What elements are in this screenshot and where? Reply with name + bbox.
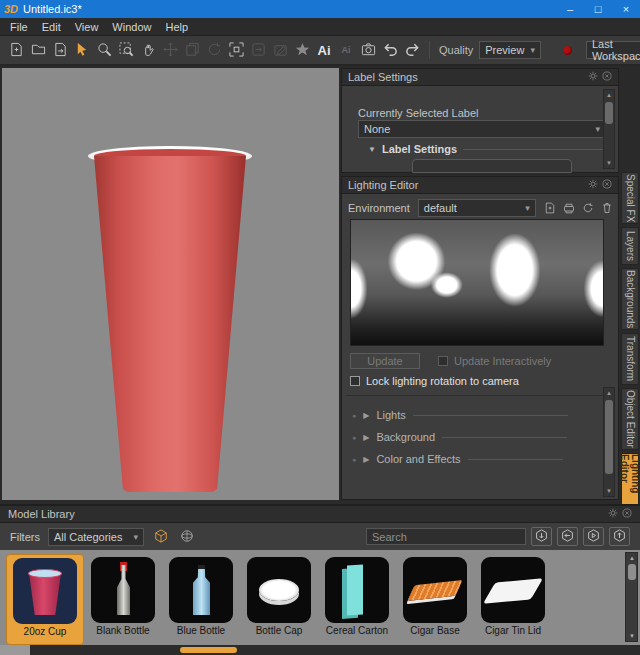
show-materials-toggle[interactable]	[178, 528, 196, 546]
selected-label-caption: Currently Selected Label	[358, 107, 478, 119]
color-effects-expander[interactable]: ● ▶ Color and Effects	[352, 453, 563, 465]
new-environment-button[interactable]	[543, 201, 557, 215]
menu-edit[interactable]: Edit	[36, 19, 67, 35]
library-scrollbar[interactable]: ▲ ▼	[625, 552, 638, 642]
scroll-down-icon[interactable]: ▼	[604, 486, 614, 496]
red-cup-model[interactable]	[94, 156, 246, 492]
ai-import-button[interactable]: Ai	[314, 39, 334, 61]
menu-file[interactable]: File	[4, 19, 34, 35]
save-as-button[interactable]	[50, 39, 70, 61]
update-interactively-checkbox[interactable]	[438, 356, 448, 366]
model-thumbnail	[169, 557, 233, 623]
maximize-button[interactable]: □	[584, 0, 612, 18]
delete-environment-button[interactable]	[600, 201, 614, 215]
scroll-up-icon[interactable]: ▲	[627, 553, 637, 563]
filters-dropdown[interactable]: All Categories ▾	[48, 528, 144, 546]
minimize-button[interactable]: –	[556, 0, 584, 18]
hdri-environment-preview[interactable]	[350, 219, 604, 346]
close-button[interactable]: ×	[612, 0, 640, 18]
gear-icon[interactable]	[608, 508, 618, 520]
show-models-toggle[interactable]	[152, 528, 170, 546]
zoom-region-button[interactable]	[116, 39, 136, 61]
selected-label-dropdown[interactable]: None ▾	[358, 120, 606, 138]
undo-button[interactable]	[380, 39, 400, 61]
model-item-cigar-tin-lid[interactable]: Cigar Tin Lid	[474, 554, 552, 645]
zoom-tool-button[interactable]	[94, 39, 114, 61]
favorite-button[interactable]	[292, 39, 312, 61]
close-panel-icon[interactable]	[602, 71, 612, 83]
duplicate-button[interactable]	[182, 39, 202, 61]
viewport-3d[interactable]	[2, 68, 339, 500]
model-item-cigar-base[interactable]: Cigar Base	[396, 554, 474, 645]
quality-dropdown[interactable]: Preview ▾	[479, 41, 541, 59]
refresh-environment-button[interactable]	[581, 201, 595, 215]
render-environment-button[interactable]	[562, 201, 576, 215]
open-file-button[interactable]	[28, 39, 48, 61]
lights-label: Lights	[376, 409, 405, 421]
fit-view-button[interactable]	[226, 39, 246, 61]
tab-transform[interactable]: Transform	[621, 333, 639, 385]
scroll-down-icon[interactable]: ▼	[604, 158, 614, 168]
scroll-up-icon[interactable]: ▲	[604, 90, 614, 100]
export-scene-button[interactable]	[248, 39, 268, 61]
model-library-header[interactable]: Model Library	[0, 506, 640, 523]
model-item-20oz-cup[interactable]: 20oz Cup	[6, 554, 84, 645]
lights-expander[interactable]: ● ▶ Lights	[352, 409, 568, 421]
scroll-up-icon[interactable]: ▲	[604, 388, 614, 398]
divider	[346, 395, 602, 396]
move-tool-button[interactable]	[160, 39, 180, 61]
tab-layers[interactable]: Layers	[621, 227, 639, 265]
expander-closed-icon: ▶	[363, 411, 369, 420]
tab-special-fx[interactable]: Special FX	[621, 172, 639, 224]
model-item-blank-bottle[interactable]: Blank Bottle	[84, 554, 162, 645]
download-model-button[interactable]	[531, 527, 552, 546]
gear-icon[interactable]	[588, 71, 598, 83]
tab-object-editor[interactable]: Object Editor	[621, 388, 639, 450]
workspace-dropdown[interactable]: Last Workspace ▾	[586, 41, 640, 59]
model-library-title: Model Library	[8, 508, 75, 520]
window-title: Untitled.ic3*	[23, 3, 82, 15]
bullet-icon: ●	[352, 434, 356, 441]
scrollbar-thumb[interactable]	[605, 102, 613, 124]
model-item-bottle-cap[interactable]: Bottle Cap	[240, 554, 318, 645]
edit-artwork-button[interactable]	[270, 39, 290, 61]
horizontal-scrollbar-thumb[interactable]	[180, 647, 237, 653]
scroll-down-icon[interactable]: ▼	[627, 631, 637, 641]
upload-model-button[interactable]	[609, 527, 630, 546]
menu-help[interactable]: Help	[159, 19, 194, 35]
close-panel-icon[interactable]	[602, 179, 612, 191]
rotate-icon	[207, 42, 222, 59]
close-panel-icon[interactable]	[622, 508, 632, 520]
menu-view[interactable]: View	[69, 19, 105, 35]
load-model-button[interactable]	[583, 527, 604, 546]
environment-dropdown[interactable]: default ▾	[418, 199, 536, 217]
update-button[interactable]: Update	[350, 353, 420, 369]
lighting-editor-header[interactable]: Lighting Editor	[342, 177, 618, 194]
model-item-cereal-carton[interactable]: Cereal Carton	[318, 554, 396, 645]
scrollbar-thumb[interactable]	[605, 400, 613, 474]
filters-label: Filters	[10, 531, 40, 543]
lighting-editor-scrollbar[interactable]: ▲ ▼	[603, 387, 615, 497]
ai-edit-button[interactable]: Ai	[336, 39, 356, 61]
tab-backgrounds[interactable]: Backgrounds	[621, 268, 639, 330]
background-expander[interactable]: ● ▶ Background	[352, 431, 567, 443]
snapshot-button[interactable]	[358, 39, 378, 61]
model-item-blue-bottle[interactable]: Blue Bottle	[162, 554, 240, 645]
horizontal-scrollbar[interactable]	[0, 645, 640, 655]
search-input[interactable]	[366, 528, 526, 545]
new-file-button[interactable]	[6, 39, 26, 61]
gear-icon[interactable]	[588, 179, 598, 191]
label-settings-title: Label Settings	[348, 71, 418, 83]
import-model-button[interactable]	[557, 527, 578, 546]
scrollbar-thumb[interactable]	[628, 564, 636, 580]
label-settings-scrollbar[interactable]: ▲ ▼	[603, 89, 615, 169]
rotate-button[interactable]	[204, 39, 224, 61]
label-settings-expander[interactable]: ▼ Label Settings	[368, 143, 613, 155]
lock-rotation-checkbox[interactable]	[350, 376, 360, 386]
label-settings-header[interactable]: Label Settings	[342, 69, 618, 86]
select-tool-button[interactable]	[72, 39, 92, 61]
menu-window[interactable]: Window	[106, 19, 157, 35]
bullet-icon: ●	[352, 456, 356, 463]
redo-button[interactable]	[402, 39, 422, 61]
pan-tool-button[interactable]	[138, 39, 158, 61]
